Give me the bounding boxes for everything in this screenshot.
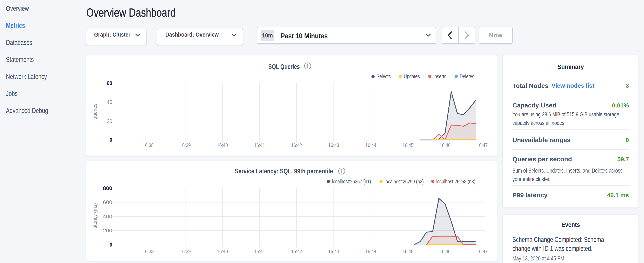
svg-text:16:43: 16:43 bbox=[328, 248, 339, 254]
svg-text:400: 400 bbox=[103, 214, 112, 219]
svg-text:16:40: 16:40 bbox=[217, 248, 228, 254]
svg-text:16:39: 16:39 bbox=[180, 248, 191, 254]
svg-text:16:41: 16:41 bbox=[254, 142, 265, 148]
svg-text:queries: queries bbox=[92, 103, 98, 119]
svg-text:0: 0 bbox=[110, 242, 112, 248]
svg-text:16:39: 16:39 bbox=[180, 142, 191, 148]
svg-text:16:45: 16:45 bbox=[402, 142, 414, 148]
svg-text:16:47: 16:47 bbox=[477, 248, 488, 254]
svg-text:16:43: 16:43 bbox=[328, 142, 339, 148]
svg-text:16:45: 16:45 bbox=[402, 248, 414, 254]
svg-text:40: 40 bbox=[107, 99, 112, 105]
svg-text:800: 800 bbox=[103, 185, 112, 191]
svg-text:16:44: 16:44 bbox=[365, 142, 376, 148]
svg-text:20: 20 bbox=[107, 118, 112, 124]
svg-text:600: 600 bbox=[103, 199, 112, 205]
svg-text:16:44: 16:44 bbox=[365, 248, 376, 254]
svg-text:16:42: 16:42 bbox=[291, 248, 302, 254]
svg-text:60: 60 bbox=[107, 80, 112, 86]
svg-text:16:38: 16:38 bbox=[143, 248, 154, 254]
svg-text:200: 200 bbox=[103, 228, 112, 233]
svg-text:16:40: 16:40 bbox=[217, 142, 228, 148]
svg-text:latency (ms): latency (ms) bbox=[92, 203, 98, 229]
svg-text:16:47: 16:47 bbox=[477, 142, 488, 148]
svg-text:16:41: 16:41 bbox=[254, 248, 265, 254]
svg-text:16:38: 16:38 bbox=[143, 142, 154, 148]
svg-text:16:46: 16:46 bbox=[440, 248, 450, 254]
svg-text:0: 0 bbox=[110, 137, 112, 143]
svg-text:16:42: 16:42 bbox=[291, 142, 302, 148]
svg-text:16:46: 16:46 bbox=[440, 142, 450, 148]
